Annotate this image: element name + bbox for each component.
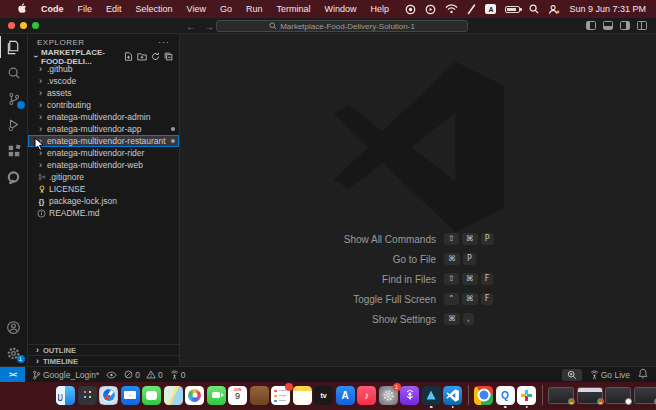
spotlight-icon[interactable] bbox=[529, 3, 539, 15]
menu-item-go[interactable]: Go bbox=[213, 4, 239, 14]
back-arrow-icon[interactable]: ← bbox=[186, 21, 196, 32]
dock-facetime-icon[interactable] bbox=[207, 386, 226, 405]
gitlens-eye-toggle[interactable] bbox=[106, 371, 117, 379]
run-debug-icon[interactable] bbox=[0, 112, 28, 138]
vscode-title-bar[interactable]: ← → Marketplace-Food-Delivery-Solution-1 bbox=[0, 18, 656, 34]
dock-chrome-icon[interactable] bbox=[474, 386, 493, 405]
dock-safari-icon[interactable] bbox=[99, 386, 118, 405]
timeline-section[interactable]: › TIMELINE bbox=[28, 355, 179, 366]
menu-item-file[interactable]: File bbox=[71, 4, 100, 14]
dock-mail-icon[interactable] bbox=[121, 386, 140, 405]
forward-arrow-icon[interactable]: → bbox=[204, 21, 214, 32]
refresh-icon[interactable] bbox=[151, 52, 160, 61]
extensions-icon[interactable] bbox=[0, 138, 28, 164]
dock-maps-icon[interactable] bbox=[164, 386, 183, 405]
pen-icon[interactable] bbox=[467, 3, 476, 15]
new-folder-icon[interactable] bbox=[137, 52, 147, 61]
toggle-secondary-sidebar-icon[interactable] bbox=[620, 21, 630, 30]
play-icon[interactable] bbox=[425, 3, 436, 15]
dock-reminders-icon[interactable] bbox=[271, 386, 290, 405]
dock-app-store-icon[interactable]: A bbox=[336, 386, 355, 405]
dock-slack-icon[interactable] bbox=[517, 386, 536, 405]
remote-indicator[interactable]: >< bbox=[0, 367, 25, 382]
customize-layout-icon[interactable] bbox=[637, 21, 647, 30]
collapse-all-icon[interactable] bbox=[164, 52, 173, 61]
zoom-window-button[interactable] bbox=[32, 22, 39, 29]
tree-item-web[interactable]: › enatega-multivendor-web bbox=[28, 159, 179, 171]
toggle-primary-sidebar-icon[interactable] bbox=[586, 21, 596, 30]
more-actions-icon[interactable]: ··· bbox=[158, 37, 170, 47]
input-source-icon[interactable]: A bbox=[485, 4, 496, 14]
record-icon[interactable] bbox=[405, 3, 416, 15]
menu-item-terminal[interactable]: Terminal bbox=[269, 4, 317, 14]
menu-clock[interactable]: Sun 9 Jun 7:31 PM bbox=[569, 4, 646, 14]
dock-notes-icon[interactable] bbox=[293, 386, 312, 405]
tree-item-readme[interactable]: README.md bbox=[28, 207, 179, 219]
toggle-panel-icon[interactable] bbox=[603, 21, 613, 30]
ports-status[interactable]: 0 bbox=[170, 370, 186, 380]
outline-section[interactable]: › OUTLINE bbox=[28, 344, 179, 355]
problems-status[interactable]: 0 0 bbox=[124, 370, 162, 380]
branch-name: Google_Login* bbox=[43, 370, 99, 380]
dock-messages-icon[interactable] bbox=[142, 386, 161, 405]
tree-item-github[interactable]: › .github bbox=[28, 63, 179, 75]
close-window-button[interactable] bbox=[8, 22, 15, 29]
tree-item-vscode[interactable]: › .vscode bbox=[28, 75, 179, 87]
tree-item-admin[interactable]: › enatega-multivendor-admin bbox=[28, 111, 179, 123]
explorer-icon[interactable] bbox=[0, 34, 28, 60]
go-live-button[interactable]: Go Live bbox=[590, 370, 630, 380]
tree-item-label: enatega-multivendor-rider bbox=[47, 148, 144, 158]
minimized-window-3[interactable] bbox=[605, 387, 631, 404]
dock-tray: JUN 9 tv A ♪ 1 Q bbox=[56, 385, 656, 405]
menu-item-code[interactable]: Code bbox=[34, 4, 71, 14]
chevron-right-icon: › bbox=[37, 89, 44, 98]
menu-item-run[interactable]: Run bbox=[239, 4, 270, 14]
dock-system-settings-icon[interactable]: 1 bbox=[379, 386, 398, 405]
minimize-window-button[interactable] bbox=[20, 22, 27, 29]
tree-item-app[interactable]: › enatega-multivendor-app bbox=[28, 123, 179, 135]
dock-launchpad-icon[interactable] bbox=[78, 386, 97, 405]
wifi-icon[interactable] bbox=[445, 3, 458, 15]
minimized-window-1[interactable] bbox=[548, 387, 574, 404]
new-file-icon[interactable] bbox=[124, 52, 133, 61]
menu-item-help[interactable]: Help bbox=[363, 4, 396, 14]
menu-item-view[interactable]: View bbox=[180, 4, 213, 14]
dock-music-icon[interactable]: ♪ bbox=[357, 386, 376, 405]
dock-files-brown-icon[interactable] bbox=[250, 386, 269, 405]
user-switch-icon[interactable] bbox=[548, 3, 560, 15]
tree-item-rider[interactable]: › enatega-multivendor-rider bbox=[28, 147, 179, 159]
notifications-bell-icon[interactable] bbox=[638, 368, 648, 381]
menu-item-selection[interactable]: Selection bbox=[129, 4, 180, 14]
tree-item-contributing[interactable]: › contributing bbox=[28, 99, 179, 111]
explorer-root-section[interactable]: › MARKETPLACE-FOOD-DELI... bbox=[28, 50, 179, 63]
dock-quicktime-icon[interactable]: Q bbox=[496, 386, 515, 405]
dock-vscode-icon[interactable] bbox=[443, 386, 462, 405]
account-icon[interactable] bbox=[0, 314, 28, 340]
zoom-indicator[interactable] bbox=[562, 369, 582, 381]
traffic-lights bbox=[0, 22, 39, 29]
dock-dev-app-icon[interactable] bbox=[422, 386, 441, 405]
menu-left: Code File Edit Selection View Go Run Ter… bbox=[0, 3, 396, 16]
tree-item-assets[interactable]: › assets bbox=[28, 87, 179, 99]
menu-item-edit[interactable]: Edit bbox=[99, 4, 129, 14]
git-branch-status[interactable]: Google_Login* bbox=[32, 370, 99, 380]
battery-icon[interactable] bbox=[505, 6, 520, 13]
source-control-icon[interactable] bbox=[0, 86, 28, 112]
minimized-window-4[interactable] bbox=[634, 387, 656, 404]
dock-podcasts-icon[interactable] bbox=[400, 386, 419, 405]
dock-calendar-icon[interactable]: JUN 9 bbox=[228, 386, 247, 405]
command-center-search[interactable]: Marketplace-Food-Delivery-Solution-1 bbox=[216, 20, 468, 32]
extension-q-icon[interactable] bbox=[0, 164, 28, 190]
minimized-window-2[interactable] bbox=[577, 387, 603, 404]
search-icon[interactable] bbox=[0, 60, 28, 86]
dock-apple-tv-icon[interactable]: tv bbox=[314, 386, 333, 405]
apple-menu-icon[interactable] bbox=[10, 3, 34, 16]
tree-item-license[interactable]: LICENSE bbox=[28, 183, 179, 195]
settings-gear-icon[interactable]: 1 bbox=[0, 340, 28, 366]
tree-item-restaurant-selected[interactable]: › enatega-multivendor-restaurant bbox=[28, 135, 179, 147]
menu-item-window[interactable]: Window bbox=[317, 4, 363, 14]
dock-finder-icon[interactable] bbox=[56, 386, 75, 405]
tree-item-gitignore[interactable]: .gitignore bbox=[28, 171, 179, 183]
dock-photos-icon[interactable] bbox=[185, 386, 204, 405]
tree-item-package-lock[interactable]: {} package-lock.json bbox=[28, 195, 179, 207]
